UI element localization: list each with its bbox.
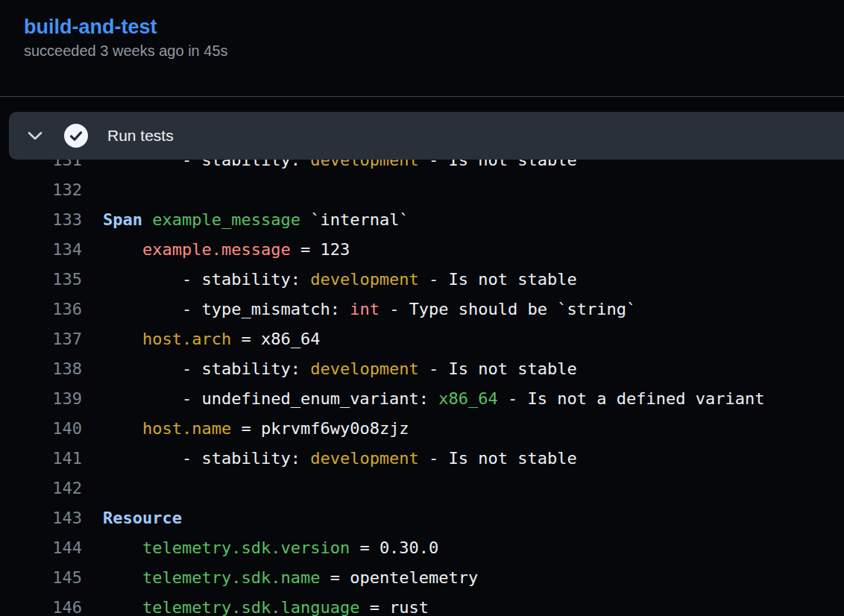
line-number[interactable]: 142 [0,474,82,503]
line-number[interactable]: 146 [0,593,82,616]
line-number[interactable]: 138 [0,354,82,384]
log-line-text: telemetry.sdk.language = rust [103,593,429,616]
log-line-text: telemetry.sdk.version = 0.30.0 [103,533,438,563]
line-number[interactable]: 141 [0,444,82,474]
log-line-text: telemetry.sdk.name = opentelemetry [103,563,478,593]
log-line: 143Resource [0,503,844,533]
log-line: 146 telemetry.sdk.language = rust [0,593,844,616]
log-line: 145 telemetry.sdk.name = opentelemetry [0,563,844,593]
job-status-summary: succeeded 3 weeks ago in 45s [24,43,820,60]
log-line-text: - stability: development - Is not stable [103,444,577,474]
workflow-job-log-page: build-and-test succeeded 3 weeks ago in … [0,0,844,616]
line-number[interactable]: 143 [0,503,82,533]
log-line: 136 - type_mismatch: int - Type should b… [0,295,844,324]
log-line-text: Resource [103,503,182,533]
log-line: 132 [0,175,844,205]
log-line: 133Span example_message `internal` [0,205,844,235]
step-header-run-tests[interactable]: Run tests [9,112,844,160]
log-lines: 131 - stability: development - Is not st… [0,145,844,616]
step-name: Run tests [107,127,174,145]
line-number[interactable]: 134 [0,235,82,265]
log-line: 139 - undefined_enum_variant: x86_64 - I… [0,384,844,414]
check-circle-icon [64,124,88,148]
line-number[interactable]: 133 [0,205,82,235]
line-number[interactable]: 136 [0,295,82,324]
job-header: build-and-test succeeded 3 weeks ago in … [0,0,844,97]
line-number[interactable]: 145 [0,563,82,593]
log-line: 140 host.name = pkrvmf6wy0o8zjz [0,414,844,444]
log-line: 144 telemetry.sdk.version = 0.30.0 [0,533,844,563]
chevron-down-icon [27,131,43,141]
log-line-text: host.name = pkrvmf6wy0o8zjz [103,414,409,444]
log-line-text: Span example_message `internal` [103,205,409,235]
log-line: 142 [0,474,844,503]
log-area: 131 - stability: development - Is not st… [0,97,844,616]
line-number[interactable]: 135 [0,265,82,295]
log-line: 135 - stability: development - Is not st… [0,265,844,295]
log-line-text: - stability: development - Is not stable [103,354,577,384]
log-line-text: - type_mismatch: int - Type should be `s… [103,295,636,324]
log-line-text: - undefined_enum_variant: x86_64 - Is no… [103,384,764,414]
log-line: 141 - stability: development - Is not st… [0,444,844,474]
line-number[interactable]: 144 [0,533,82,563]
log-line-text: - stability: development - Is not stable [103,265,577,295]
line-number[interactable]: 140 [0,414,82,444]
line-number[interactable]: 139 [0,384,82,414]
log-line: 134 example.message = 123 [0,235,844,265]
line-number[interactable]: 132 [0,175,82,205]
job-name-link[interactable]: build-and-test [24,15,157,39]
line-number[interactable]: 137 [0,324,82,354]
log-line: 138 - stability: development - Is not st… [0,354,844,384]
log-line-text: host.arch = x86_64 [103,324,320,354]
log-line: 137 host.arch = x86_64 [0,324,844,354]
log-line-text: example.message = 123 [103,235,350,265]
